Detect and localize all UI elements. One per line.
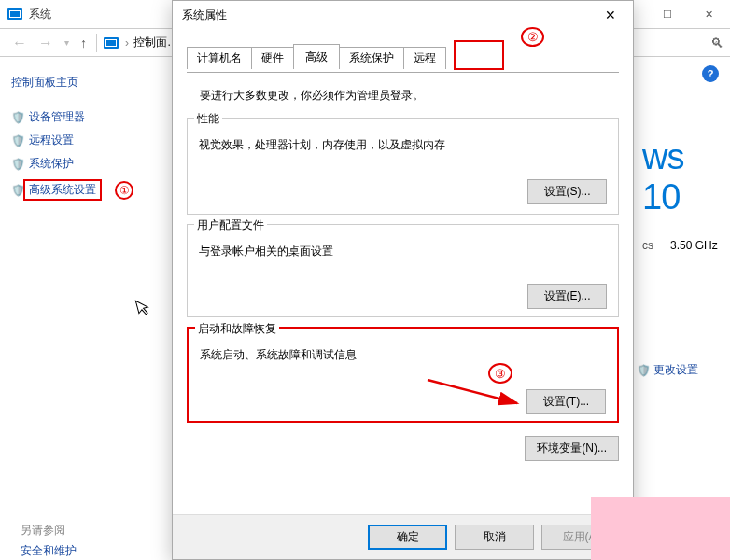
maximize-button[interactable]: ☐: [646, 0, 688, 28]
security-maintenance-link[interactable]: 安全和维护: [21, 543, 77, 559]
group-user-profiles: 用户配置文件 与登录帐户相关的桌面设置 设置(E)...: [187, 224, 619, 317]
cancel-button[interactable]: 取消: [455, 525, 534, 550]
sidebar-item-system-protection[interactable]: 🛡️ 系统保护: [11, 156, 170, 172]
cpu-ghz-value: 3.50 GHz: [670, 239, 718, 252]
tab-system-protection[interactable]: 系统保护: [339, 47, 404, 69]
sidebar-item-label: 高级系统设置: [23, 179, 102, 201]
see-also-header: 另请参阅: [21, 523, 65, 539]
tab-computer-name[interactable]: 计算机名: [187, 47, 252, 69]
sidebar-item-label: 设备管理器: [29, 109, 85, 125]
group-title: 启动和故障恢复: [195, 321, 279, 337]
tab-hardware[interactable]: 硬件: [251, 47, 294, 69]
tab-underline: [187, 72, 619, 73]
windows-10-logo-text: ws 10: [642, 137, 730, 217]
monitor-icon: [104, 37, 119, 49]
shield-icon: 🛡️: [11, 111, 25, 124]
dialog-close-button[interactable]: ✕: [591, 3, 630, 27]
sidebar-item-remote-settings[interactable]: 🛡️ 远程设置: [11, 133, 170, 148]
annotation-arrow-icon: [426, 378, 528, 415]
group-title: 性能: [194, 111, 222, 127]
sidebar-item-label: 系统保护: [29, 156, 74, 172]
ok-button[interactable]: 确定: [368, 525, 447, 550]
tab-advanced[interactable]: 高级: [293, 44, 340, 69]
back-icon[interactable]: ←: [12, 35, 27, 51]
annotation-box-2: [454, 40, 504, 70]
group-description: 系统启动、系统故障和调试信息: [200, 347, 606, 363]
user-profiles-settings-button[interactable]: 设置(E)...: [527, 284, 607, 309]
sidebar-item-label: 远程设置: [29, 133, 74, 148]
spec-label: cs: [642, 239, 653, 252]
change-settings-link[interactable]: 🛡️ 更改设置: [637, 362, 698, 378]
separator: [96, 34, 97, 52]
change-settings-label: 更改设置: [653, 362, 698, 378]
dialog-footer: 确定 取消 应用(A): [173, 514, 633, 559]
system-properties-dialog: 系统属性 ✕ 计算机名 硬件 高级 系统保护 远程 ② 要进行大多数更改，你必须…: [172, 0, 634, 560]
dialog-title: 系统属性: [182, 7, 227, 23]
performance-settings-button[interactable]: 设置(S)...: [527, 179, 607, 204]
group-description: 视觉效果，处理器计划，内存使用，以及虚拟内存: [199, 137, 607, 153]
group-startup-recovery: 启动和故障恢复 系统启动、系统故障和调试信息 ③ 设置(T)...: [187, 327, 619, 423]
startup-recovery-settings-button[interactable]: 设置(T)...: [526, 389, 606, 414]
tab-remote[interactable]: 远程: [403, 47, 446, 69]
group-title: 用户配置文件: [194, 217, 267, 233]
control-panel-home-link[interactable]: 控制面板主页: [11, 75, 170, 91]
svg-line-0: [428, 380, 517, 403]
forward-icon[interactable]: →: [38, 35, 53, 51]
shield-icon: 🛡️: [11, 134, 25, 147]
history-dropdown-icon[interactable]: ▾: [64, 37, 69, 48]
bg-title: 系统: [29, 7, 51, 22]
pink-overlay-box: [591, 497, 730, 560]
close-button[interactable]: ✕: [688, 0, 730, 28]
group-description: 与登录帐户相关的桌面设置: [199, 244, 607, 259]
monitor-icon: [7, 8, 22, 20]
sidebar-item-advanced-system-settings[interactable]: 🛡️ 高级系统设置 ①: [11, 179, 170, 201]
dialog-titlebar[interactable]: 系统属性 ✕: [173, 1, 633, 29]
help-icon[interactable]: ?: [702, 65, 719, 82]
sidebar-item-device-manager[interactable]: 🛡️ 设备管理器: [11, 109, 170, 125]
environment-variables-button[interactable]: 环境变量(N)...: [525, 436, 619, 461]
annotation-circle-2: ②: [521, 27, 544, 47]
group-performance: 性能 视觉效果，处理器计划，内存使用，以及虚拟内存 设置(S)...: [187, 118, 619, 215]
breadcrumb-chevron-icon[interactable]: ›: [125, 36, 129, 49]
dialog-body: 要进行大多数更改，你必须作为管理员登录。 性能 视觉效果，处理器计划，内存使用，…: [187, 74, 619, 514]
shield-icon: 🛡️: [637, 364, 651, 377]
annotation-circle-1: ①: [115, 181, 133, 200]
left-nav: 控制面板主页 🛡️ 设备管理器 🛡️ 远程设置 🛡️ 系统保护 🛡️ 高级系统设…: [11, 75, 170, 208]
tab-strip: 计算机名 硬件 高级 系统保护 远程: [187, 47, 633, 69]
admin-required-text: 要进行大多数更改，你必须作为管理员登录。: [200, 88, 619, 104]
shield-icon: 🛡️: [11, 158, 25, 171]
search-icon[interactable]: 🔍︎: [710, 35, 723, 50]
up-icon[interactable]: ↑: [80, 35, 87, 50]
